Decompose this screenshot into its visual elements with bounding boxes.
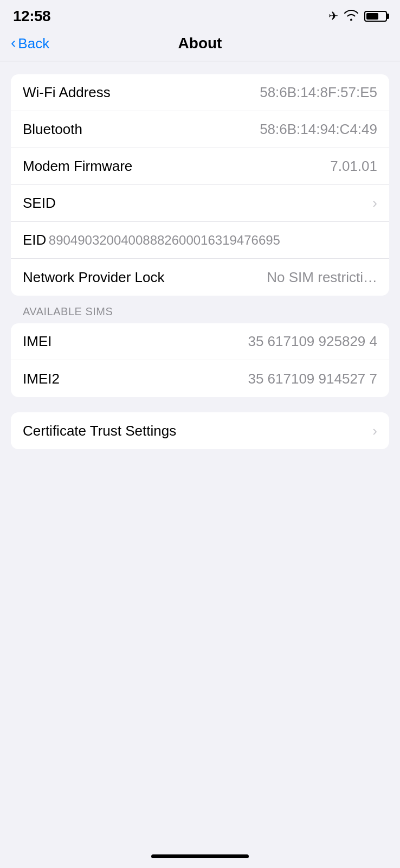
imei2-row: IMEI2 35 617109 914527 7 [11, 360, 389, 397]
back-chevron-icon: ‹ [11, 35, 16, 50]
content-area: Wi-Fi Address 58:6B:14:8F:57:E5 Bluetoot… [0, 61, 400, 477]
wifi-address-label: Wi-Fi Address [23, 84, 111, 101]
available-sims-header: AVAILABLE SIMS [11, 305, 389, 323]
imei-value: 35 617109 925829 4 [248, 333, 377, 350]
available-sims-card-group: IMEI 35 617109 925829 4 IMEI2 35 617109 … [11, 323, 389, 397]
bluetooth-row: Bluetooth 58:6B:14:94:C4:49 [11, 111, 389, 148]
seid-label: SEID [23, 195, 56, 212]
bluetooth-value: 58:6B:14:94:C4:49 [260, 121, 377, 138]
eid-label: EID [23, 232, 46, 248]
status-bar: 12:58 ✈ [0, 0, 400, 30]
seid-row[interactable]: SEID › [11, 185, 389, 222]
modem-firmware-label: Modem Firmware [23, 158, 132, 175]
info-card-group: Wi-Fi Address 58:6B:14:8F:57:E5 Bluetoot… [11, 74, 389, 296]
cert-trust-label: Certificate Trust Settings [23, 423, 176, 439]
wifi-address-row: Wi-Fi Address 58:6B:14:8F:57:E5 [11, 74, 389, 111]
home-indicator [151, 854, 249, 858]
status-time: 12:58 [13, 8, 50, 25]
back-button[interactable]: ‹ Back [11, 35, 49, 52]
cert-trust-card-group: Certificate Trust Settings › [11, 412, 389, 449]
status-icons: ✈ [328, 9, 387, 24]
network-provider-lock-label: Network Provider Lock [23, 269, 165, 286]
imei2-label: IMEI2 [23, 371, 60, 387]
cert-trust-chevron-icon: › [372, 423, 377, 439]
back-label: Back [18, 35, 49, 52]
imei-row: IMEI 35 617109 925829 4 [11, 323, 389, 360]
modem-firmware-row: Modem Firmware 7.01.01 [11, 148, 389, 185]
bluetooth-label: Bluetooth [23, 121, 82, 138]
imei2-value: 35 617109 914527 7 [248, 371, 377, 387]
wifi-icon [344, 9, 359, 24]
battery-icon [364, 11, 387, 22]
page-title: About [178, 35, 222, 52]
network-provider-lock-value: No SIM restricti… [267, 269, 377, 286]
seid-chevron-icon: › [372, 195, 377, 212]
network-provider-lock-row: Network Provider Lock No SIM restricti… [11, 259, 389, 296]
modem-firmware-value: 7.01.01 [330, 158, 377, 175]
cert-trust-row[interactable]: Certificate Trust Settings › [11, 412, 389, 449]
imei-label: IMEI [23, 333, 51, 350]
airplane-icon: ✈ [328, 9, 338, 23]
eid-value: 89049032004008882600016319476695 [49, 233, 280, 247]
eid-row: EID 89049032004008882600016319476695 [11, 222, 389, 259]
wifi-address-value: 58:6B:14:8F:57:E5 [260, 84, 377, 101]
nav-bar: ‹ Back About [0, 30, 400, 61]
